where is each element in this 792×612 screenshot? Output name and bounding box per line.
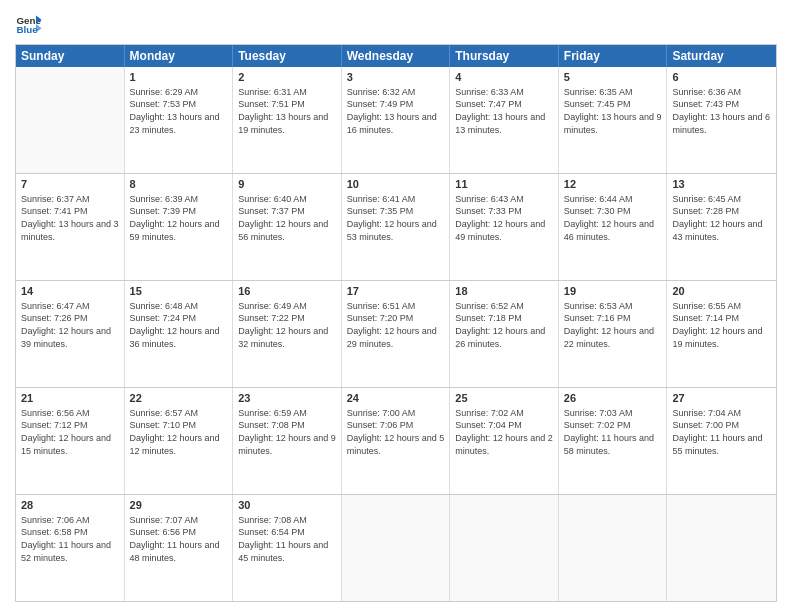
day-number: 16 [238,284,336,299]
calendar: SundayMondayTuesdayWednesdayThursdayFrid… [15,44,777,602]
day-info: Sunrise: 6:43 AMSunset: 7:33 PMDaylight:… [455,193,553,243]
day-number: 14 [21,284,119,299]
day-number: 17 [347,284,445,299]
day-info: Sunrise: 6:37 AMSunset: 7:41 PMDaylight:… [21,193,119,243]
calendar-cell: 28Sunrise: 7:06 AMSunset: 6:58 PMDayligh… [16,495,125,601]
day-info: Sunrise: 7:04 AMSunset: 7:00 PMDaylight:… [672,407,771,457]
day-number: 4 [455,70,553,85]
day-info: Sunrise: 6:52 AMSunset: 7:18 PMDaylight:… [455,300,553,350]
calendar-cell: 9Sunrise: 6:40 AMSunset: 7:37 PMDaylight… [233,174,342,280]
day-info: Sunrise: 6:40 AMSunset: 7:37 PMDaylight:… [238,193,336,243]
day-info: Sunrise: 6:45 AMSunset: 7:28 PMDaylight:… [672,193,771,243]
week-row-3: 14Sunrise: 6:47 AMSunset: 7:26 PMDayligh… [16,281,776,388]
calendar-cell: 5Sunrise: 6:35 AMSunset: 7:45 PMDaylight… [559,67,668,173]
day-number: 29 [130,498,228,513]
day-info: Sunrise: 7:07 AMSunset: 6:56 PMDaylight:… [130,514,228,564]
day-number: 21 [21,391,119,406]
day-info: Sunrise: 7:00 AMSunset: 7:06 PMDaylight:… [347,407,445,457]
week-row-4: 21Sunrise: 6:56 AMSunset: 7:12 PMDayligh… [16,388,776,495]
logo-icon: Gene Blue [15,10,43,38]
calendar-cell [450,495,559,601]
calendar-cell: 13Sunrise: 6:45 AMSunset: 7:28 PMDayligh… [667,174,776,280]
day-info: Sunrise: 6:49 AMSunset: 7:22 PMDaylight:… [238,300,336,350]
calendar-cell: 8Sunrise: 6:39 AMSunset: 7:39 PMDaylight… [125,174,234,280]
calendar-cell: 20Sunrise: 6:55 AMSunset: 7:14 PMDayligh… [667,281,776,387]
page: Gene Blue SundayMondayTuesdayWednesdayTh… [0,0,792,612]
calendar-cell: 12Sunrise: 6:44 AMSunset: 7:30 PMDayligh… [559,174,668,280]
day-info: Sunrise: 6:55 AMSunset: 7:14 PMDaylight:… [672,300,771,350]
calendar-cell: 29Sunrise: 7:07 AMSunset: 6:56 PMDayligh… [125,495,234,601]
calendar-cell: 10Sunrise: 6:41 AMSunset: 7:35 PMDayligh… [342,174,451,280]
header: Gene Blue [15,10,777,38]
day-number: 18 [455,284,553,299]
day-number: 7 [21,177,119,192]
day-info: Sunrise: 6:57 AMSunset: 7:10 PMDaylight:… [130,407,228,457]
day-info: Sunrise: 6:44 AMSunset: 7:30 PMDaylight:… [564,193,662,243]
calendar-cell: 7Sunrise: 6:37 AMSunset: 7:41 PMDaylight… [16,174,125,280]
calendar-cell: 11Sunrise: 6:43 AMSunset: 7:33 PMDayligh… [450,174,559,280]
day-number: 19 [564,284,662,299]
day-number: 24 [347,391,445,406]
calendar-cell: 18Sunrise: 6:52 AMSunset: 7:18 PMDayligh… [450,281,559,387]
calendar-cell: 19Sunrise: 6:53 AMSunset: 7:16 PMDayligh… [559,281,668,387]
day-number: 22 [130,391,228,406]
calendar-cell: 3Sunrise: 6:32 AMSunset: 7:49 PMDaylight… [342,67,451,173]
week-row-1: 1Sunrise: 6:29 AMSunset: 7:53 PMDaylight… [16,67,776,174]
day-number: 23 [238,391,336,406]
day-number: 26 [564,391,662,406]
day-number: 12 [564,177,662,192]
calendar-cell [16,67,125,173]
day-info: Sunrise: 6:48 AMSunset: 7:24 PMDaylight:… [130,300,228,350]
weekday-header: Sunday [16,45,125,67]
calendar-cell: 26Sunrise: 7:03 AMSunset: 7:02 PMDayligh… [559,388,668,494]
calendar-cell [342,495,451,601]
day-number: 27 [672,391,771,406]
day-number: 25 [455,391,553,406]
day-number: 6 [672,70,771,85]
day-number: 5 [564,70,662,85]
day-number: 9 [238,177,336,192]
day-info: Sunrise: 7:06 AMSunset: 6:58 PMDaylight:… [21,514,119,564]
weekday-header: Saturday [667,45,776,67]
day-info: Sunrise: 6:36 AMSunset: 7:43 PMDaylight:… [672,86,771,136]
day-info: Sunrise: 6:59 AMSunset: 7:08 PMDaylight:… [238,407,336,457]
calendar-cell: 1Sunrise: 6:29 AMSunset: 7:53 PMDaylight… [125,67,234,173]
calendar-cell: 21Sunrise: 6:56 AMSunset: 7:12 PMDayligh… [16,388,125,494]
day-info: Sunrise: 7:02 AMSunset: 7:04 PMDaylight:… [455,407,553,457]
week-row-2: 7Sunrise: 6:37 AMSunset: 7:41 PMDaylight… [16,174,776,281]
day-info: Sunrise: 6:35 AMSunset: 7:45 PMDaylight:… [564,86,662,136]
calendar-cell: 30Sunrise: 7:08 AMSunset: 6:54 PMDayligh… [233,495,342,601]
calendar-cell: 4Sunrise: 6:33 AMSunset: 7:47 PMDaylight… [450,67,559,173]
day-number: 28 [21,498,119,513]
weekday-header: Friday [559,45,668,67]
day-number: 8 [130,177,228,192]
day-number: 2 [238,70,336,85]
calendar-cell: 24Sunrise: 7:00 AMSunset: 7:06 PMDayligh… [342,388,451,494]
day-info: Sunrise: 6:29 AMSunset: 7:53 PMDaylight:… [130,86,228,136]
day-info: Sunrise: 6:32 AMSunset: 7:49 PMDaylight:… [347,86,445,136]
day-info: Sunrise: 6:53 AMSunset: 7:16 PMDaylight:… [564,300,662,350]
day-number: 3 [347,70,445,85]
weekday-header: Monday [125,45,234,67]
day-number: 10 [347,177,445,192]
calendar-cell: 17Sunrise: 6:51 AMSunset: 7:20 PMDayligh… [342,281,451,387]
day-number: 20 [672,284,771,299]
day-number: 30 [238,498,336,513]
calendar-cell: 22Sunrise: 6:57 AMSunset: 7:10 PMDayligh… [125,388,234,494]
weekday-header: Wednesday [342,45,451,67]
day-number: 15 [130,284,228,299]
day-info: Sunrise: 6:56 AMSunset: 7:12 PMDaylight:… [21,407,119,457]
calendar-cell: 25Sunrise: 7:02 AMSunset: 7:04 PMDayligh… [450,388,559,494]
weekday-header: Thursday [450,45,559,67]
day-number: 1 [130,70,228,85]
logo: Gene Blue [15,10,47,38]
day-info: Sunrise: 7:08 AMSunset: 6:54 PMDaylight:… [238,514,336,564]
week-row-5: 28Sunrise: 7:06 AMSunset: 6:58 PMDayligh… [16,495,776,601]
day-info: Sunrise: 6:31 AMSunset: 7:51 PMDaylight:… [238,86,336,136]
calendar-cell [667,495,776,601]
calendar-cell [559,495,668,601]
calendar-header-row: SundayMondayTuesdayWednesdayThursdayFrid… [16,45,776,67]
day-info: Sunrise: 6:41 AMSunset: 7:35 PMDaylight:… [347,193,445,243]
calendar-cell: 14Sunrise: 6:47 AMSunset: 7:26 PMDayligh… [16,281,125,387]
calendar-cell: 6Sunrise: 6:36 AMSunset: 7:43 PMDaylight… [667,67,776,173]
